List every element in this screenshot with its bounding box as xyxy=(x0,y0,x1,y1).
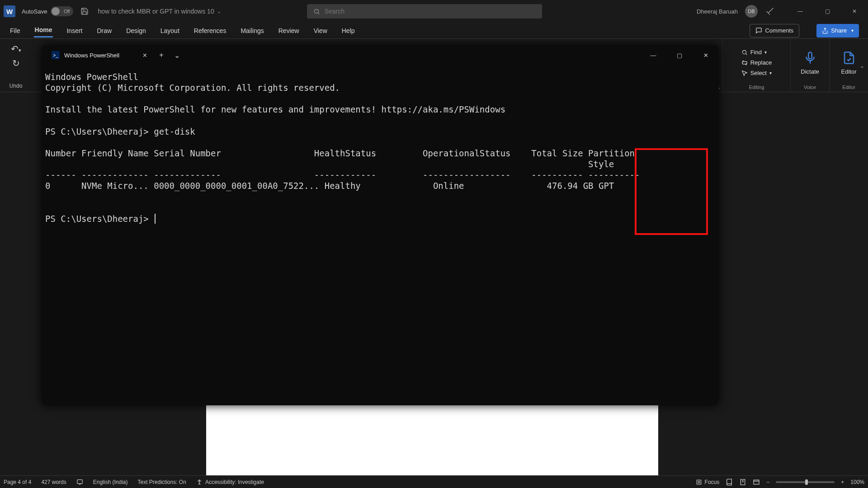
maximize-button[interactable]: ▢ xyxy=(817,5,837,18)
coming-soon-icon[interactable] xyxy=(765,6,775,16)
replace-button[interactable]: Replace xyxy=(741,59,772,66)
statusbar: Page 4 of 4 427 words English (India) Te… xyxy=(0,475,868,488)
editing-group-label: Editing xyxy=(749,84,764,90)
replace-icon xyxy=(741,60,748,66)
select-icon xyxy=(741,70,748,76)
zoom-level[interactable]: 100% xyxy=(850,479,864,485)
terminal-line: Windows PowerShell xyxy=(45,72,138,82)
tab-draw[interactable]: Draw xyxy=(96,24,113,37)
text-predictions[interactable]: Text Predictions: On xyxy=(137,479,186,485)
word-count[interactable]: 427 words xyxy=(41,479,66,485)
accessibility-status[interactable]: Accessibility: Investigate xyxy=(196,479,264,485)
user-name[interactable]: Dheeraj Baruah xyxy=(697,8,738,15)
zoom-out-button[interactable]: − xyxy=(766,479,769,485)
zoom-slider-knob[interactable] xyxy=(805,479,808,485)
share-button[interactable]: Share ▾ xyxy=(816,24,859,38)
find-icon xyxy=(741,49,748,56)
tab-review[interactable]: Review xyxy=(278,24,300,37)
dictate-icon[interactable] xyxy=(803,49,817,66)
web-layout-icon[interactable] xyxy=(753,479,760,486)
find-button[interactable]: Find ▾ xyxy=(741,49,772,56)
svg-rect-5 xyxy=(808,52,812,59)
terminal-line: PS C:\Users\Dheeraj> xyxy=(45,214,154,224)
tab-home[interactable]: Home xyxy=(34,23,53,38)
word-app-icon: W xyxy=(4,5,15,17)
autosave-toggle[interactable]: Off xyxy=(51,6,73,16)
undo-button[interactable]: ↶▾ xyxy=(11,43,21,54)
terminal-maximize-button[interactable]: ▢ xyxy=(666,45,693,65)
comments-button[interactable]: Comments xyxy=(750,24,799,38)
autosave-toggle-knob xyxy=(52,7,60,15)
replace-label: Replace xyxy=(750,59,772,66)
read-mode-icon[interactable] xyxy=(726,479,733,486)
spellcheck-icon[interactable] xyxy=(76,479,83,485)
editing-group: ↘ Find ▾ Replace Select ▾ Editing xyxy=(722,39,790,92)
terminal-close-button[interactable]: ✕ xyxy=(693,45,719,65)
title-chevron-down-icon[interactable]: ⌄ xyxy=(217,9,221,14)
titlebar: W AutoSave Off how to check MBR or GPT i… xyxy=(0,0,868,23)
zoom-slider[interactable] xyxy=(776,481,835,483)
close-button[interactable]: ✕ xyxy=(844,5,864,18)
minimize-button[interactable]: — xyxy=(790,5,810,18)
comments-label: Comments xyxy=(765,27,793,34)
terminal-minimize-button[interactable]: — xyxy=(640,45,666,65)
tab-design[interactable]: Design xyxy=(125,24,147,37)
tab-mailings[interactable]: Mailings xyxy=(240,24,264,37)
svg-point-3 xyxy=(742,50,746,54)
svg-rect-9 xyxy=(697,480,701,484)
document-title[interactable]: how to check MBR or GPT in windows 10 xyxy=(98,8,214,15)
editor-icon[interactable] xyxy=(842,49,856,66)
language-indicator[interactable]: English (India) xyxy=(93,479,128,485)
select-button[interactable]: Select ▾ xyxy=(741,70,772,76)
undo-group: ↶▾ ↻ Undo xyxy=(0,39,32,92)
chevron-down-icon: ▾ xyxy=(764,50,767,55)
tab-view[interactable]: View xyxy=(313,24,328,37)
svg-line-4 xyxy=(745,53,747,55)
tab-dropdown-icon[interactable]: ⌄ xyxy=(169,51,184,60)
page-indicator[interactable]: Page 4 of 4 xyxy=(4,479,31,485)
zoom-in-button[interactable]: + xyxy=(841,479,844,485)
tab-references[interactable]: References xyxy=(193,24,227,37)
svg-rect-10 xyxy=(698,481,700,483)
save-icon[interactable] xyxy=(80,6,90,16)
find-label: Find xyxy=(750,49,762,56)
terminal-tab[interactable]: >_ Windows PowerShell ✕ xyxy=(45,47,154,63)
svg-rect-14 xyxy=(754,480,759,484)
svg-point-0 xyxy=(314,9,318,13)
svg-point-8 xyxy=(199,479,200,480)
search-input[interactable] xyxy=(325,8,536,15)
undo-group-label: Undo xyxy=(9,83,23,89)
terminal-line: Install the latest PowerShell for new fe… xyxy=(45,104,505,114)
terminal-line: ------ ------------- ------------- -----… xyxy=(45,170,640,180)
redo-button[interactable]: ↻ xyxy=(12,58,20,69)
tab-insert[interactable]: Insert xyxy=(66,24,83,37)
terminal-tab-bar: >_ Windows PowerShell ✕ + ⌄ — ▢ ✕ xyxy=(42,45,719,65)
terminal-body[interactable]: Windows PowerShell Copyright (C) Microso… xyxy=(42,65,719,405)
tab-help[interactable]: Help xyxy=(341,24,356,37)
search-box[interactable] xyxy=(307,4,542,19)
tab-close-icon[interactable]: ✕ xyxy=(142,52,147,59)
autosave-label: AutoSave xyxy=(22,8,47,15)
voice-group: Dictate Voice xyxy=(790,39,829,92)
share-label: Share xyxy=(831,27,847,34)
avatar[interactable]: DB xyxy=(745,5,758,18)
accessibility-label: Accessibility: Investigate xyxy=(205,479,264,485)
document-page[interactable] xyxy=(206,405,658,482)
svg-line-1 xyxy=(318,13,319,14)
powershell-icon: >_ xyxy=(52,51,60,59)
print-layout-icon[interactable] xyxy=(739,479,746,486)
tab-file[interactable]: File xyxy=(9,24,21,37)
terminal-line: Style xyxy=(45,159,614,169)
select-label: Select xyxy=(750,70,767,76)
chevron-down-icon: ▾ xyxy=(769,70,772,75)
svg-rect-7 xyxy=(77,480,82,484)
new-tab-button[interactable]: + xyxy=(154,51,169,59)
powershell-window: >_ Windows PowerShell ✕ + ⌄ — ▢ ✕ Window… xyxy=(42,45,719,405)
focus-mode[interactable]: Focus xyxy=(696,479,720,485)
terminal-line: Number Friendly Name Serial Number Healt… xyxy=(45,148,635,158)
ribbon-tabs: File Home Insert Draw Design Layout Refe… xyxy=(0,23,868,39)
share-icon xyxy=(822,28,828,34)
tab-layout[interactable]: Layout xyxy=(160,24,180,37)
share-chevron-down-icon: ▾ xyxy=(851,28,854,33)
ribbon-collapse-icon[interactable]: ⌄ xyxy=(860,63,864,69)
